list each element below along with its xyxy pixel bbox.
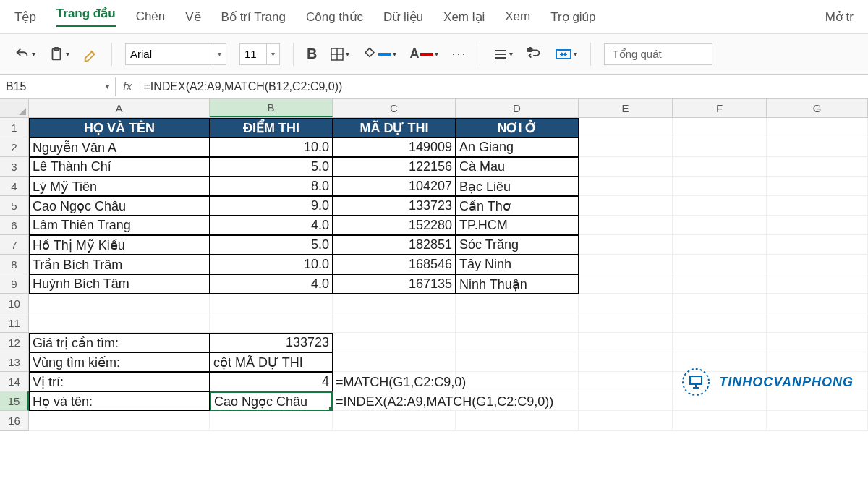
row-header[interactable]: 13: [0, 352, 29, 372]
cell-B3[interactable]: 5.0: [210, 157, 333, 177]
cell-C3[interactable]: 122156: [333, 157, 456, 177]
row-header[interactable]: 6: [0, 216, 29, 235]
cell-F6[interactable]: [673, 216, 767, 235]
cell-D4[interactable]: Bạc Liêu: [456, 177, 579, 196]
cell-E11[interactable]: [579, 313, 673, 333]
row-header[interactable]: 9: [0, 274, 29, 294]
cell-C12[interactable]: [333, 333, 456, 352]
undo-button[interactable]: ▾: [14, 46, 35, 62]
row-header[interactable]: 4: [0, 177, 29, 196]
cell-D10[interactable]: [456, 294, 579, 313]
cell-E5[interactable]: [579, 196, 673, 216]
cell-E15[interactable]: [579, 391, 673, 411]
cell-C2[interactable]: 149009: [333, 137, 456, 157]
format-painter-button[interactable]: [82, 46, 98, 62]
font-color-button[interactable]: A▾: [409, 46, 438, 62]
cell-B14[interactable]: 4: [210, 372, 333, 391]
cell-A14[interactable]: Vị trí:: [29, 372, 210, 391]
menu-open[interactable]: Mở tr: [825, 9, 854, 25]
cell-G1[interactable]: [767, 118, 868, 137]
row-header[interactable]: 16: [0, 411, 29, 431]
cell-B16[interactable]: [210, 411, 333, 431]
font-size-select[interactable]: ▾: [239, 43, 280, 65]
more-options-button[interactable]: ···: [451, 46, 467, 62]
cell-A5[interactable]: Cao Ngọc Châu: [29, 196, 210, 216]
cell-D5[interactable]: Cần Thơ: [456, 196, 579, 216]
cell-F12[interactable]: [673, 333, 767, 352]
cell-B9[interactable]: 4.0: [210, 274, 333, 294]
cell-A9[interactable]: Huỳnh Bích Tâm: [29, 274, 210, 294]
cell-F4[interactable]: [673, 177, 767, 196]
cell-F5[interactable]: [673, 196, 767, 216]
col-header-G[interactable]: G: [767, 99, 868, 117]
cell-A11[interactable]: [29, 313, 210, 333]
row-header[interactable]: 12: [0, 333, 29, 352]
wrap-text-button[interactable]: ab: [526, 46, 542, 62]
cell-B13[interactable]: cột MÃ DỰ THI: [210, 352, 333, 372]
bold-button[interactable]: B: [307, 46, 317, 62]
formula-input[interactable]: =INDEX(A2:A9,MATCH(B12,C2:C9,0)): [139, 77, 868, 96]
cell-B5[interactable]: 9.0: [210, 196, 333, 216]
cell-A13[interactable]: Vùng tìm kiếm:: [29, 352, 210, 372]
cell-E9[interactable]: [579, 274, 673, 294]
cell-G11[interactable]: [767, 313, 868, 333]
col-header-F[interactable]: F: [673, 99, 767, 117]
borders-button[interactable]: ▾: [330, 47, 349, 62]
cell-C5[interactable]: 133723: [333, 196, 456, 216]
cell-A12[interactable]: Giá trị cần tìm:: [29, 333, 210, 352]
cell-F9[interactable]: [673, 274, 767, 294]
cell-B2[interactable]: 10.0: [210, 137, 333, 157]
col-header-C[interactable]: C: [333, 99, 456, 117]
menu-help[interactable]: Trợ giúp: [550, 9, 595, 25]
col-header-D[interactable]: D: [456, 99, 579, 117]
cell-D6[interactable]: TP.HCM: [456, 216, 579, 235]
cell-E7[interactable]: [579, 235, 673, 255]
menu-data[interactable]: Dữ liệu: [383, 9, 423, 25]
cell-A6[interactable]: Lâm Thiên Trang: [29, 216, 210, 235]
cell-D14[interactable]: [456, 372, 579, 391]
merge-button[interactable]: ▾: [555, 47, 577, 62]
fx-icon[interactable]: fx: [116, 80, 139, 93]
cell-B6[interactable]: 4.0: [210, 216, 333, 235]
cell-A10[interactable]: [29, 294, 210, 313]
cell-D3[interactable]: Cà Mau: [456, 157, 579, 177]
font-family-select[interactable]: ▾: [125, 43, 226, 65]
cell-F10[interactable]: [673, 294, 767, 313]
cell-D11[interactable]: [456, 313, 579, 333]
cell-D12[interactable]: [456, 333, 579, 352]
cell-D16[interactable]: [456, 411, 579, 431]
menu-review[interactable]: Xem lại: [443, 9, 485, 25]
row-header[interactable]: 10: [0, 294, 29, 313]
cell-G16[interactable]: [767, 411, 868, 431]
menu-home[interactable]: Trang đầu: [56, 6, 116, 27]
cell-E10[interactable]: [579, 294, 673, 313]
cell-C7[interactable]: 182851: [333, 235, 456, 255]
col-header-B[interactable]: B: [210, 99, 333, 117]
cell-D1[interactable]: NƠI Ở: [456, 118, 579, 137]
cell-C4[interactable]: 104207: [333, 177, 456, 196]
cell-A2[interactable]: Nguyễn Văn A: [29, 137, 210, 157]
align-button[interactable]: ▾: [493, 47, 513, 62]
paste-button[interactable]: ▾: [48, 46, 69, 62]
cell-E12[interactable]: [579, 333, 673, 352]
number-format-select[interactable]: Tổng quát: [604, 43, 712, 65]
cell-B15[interactable]: Cao Ngọc Châu: [210, 391, 333, 411]
cell-A16[interactable]: [29, 411, 210, 431]
row-header[interactable]: 5: [0, 196, 29, 216]
cell-B10[interactable]: [210, 294, 333, 313]
cell-D7[interactable]: Sóc Trăng: [456, 235, 579, 255]
row-header[interactable]: 15: [0, 391, 29, 411]
cell-B8[interactable]: 10.0: [210, 255, 333, 274]
menu-insert[interactable]: Chèn: [136, 9, 166, 24]
font-size-input[interactable]: [240, 48, 266, 60]
cell-C8[interactable]: 168546: [333, 255, 456, 274]
cell-C1[interactable]: MÃ DỰ THI: [333, 118, 456, 137]
cell-F1[interactable]: [673, 118, 767, 137]
cell-C10[interactable]: [333, 294, 456, 313]
row-header[interactable]: 8: [0, 255, 29, 274]
menu-view[interactable]: Xem: [505, 9, 530, 24]
cell-C11[interactable]: [333, 313, 456, 333]
row-header[interactable]: 3: [0, 157, 29, 177]
cell-E4[interactable]: [579, 177, 673, 196]
cell-F3[interactable]: [673, 157, 767, 177]
